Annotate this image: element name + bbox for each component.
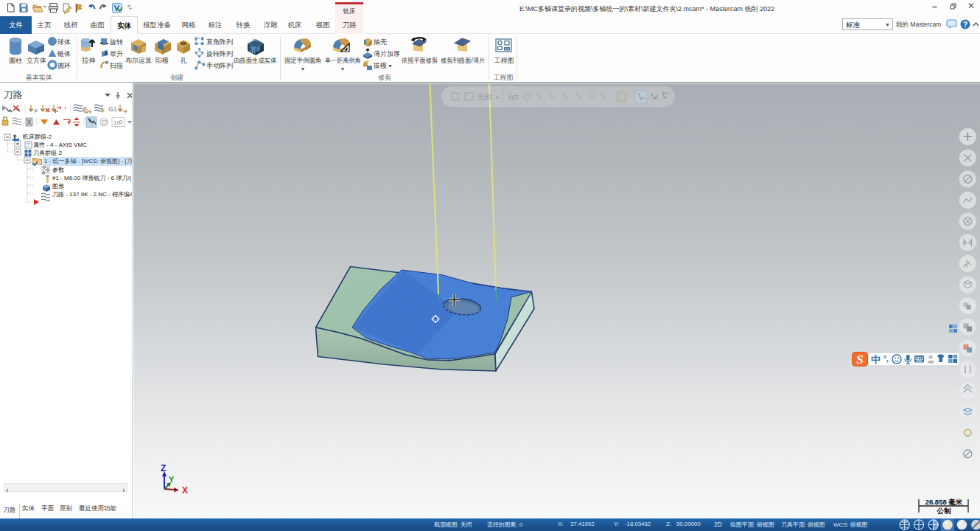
svg-text:中: 中	[871, 354, 881, 365]
svg-text:17: 17	[929, 360, 934, 364]
svg-text:·: ·	[611, 93, 613, 100]
svg-text:?: ?	[963, 21, 967, 29]
svg-text:X: X	[182, 485, 188, 496]
svg-text:26.858 毫米: 26.858 毫米	[925, 498, 963, 506]
svg-text:·: ·	[630, 93, 632, 100]
svg-text:x̊yz: x̊yz	[508, 92, 519, 101]
svg-text:公制: 公制	[937, 507, 952, 515]
svg-text:°,: °,	[883, 355, 889, 363]
svg-text:Z: Z	[161, 463, 166, 473]
svg-text:光标: 光标	[477, 92, 493, 101]
svg-text:S: S	[856, 353, 863, 367]
svg-text:▾: ▾	[496, 94, 499, 101]
svg-text:G1: G1	[108, 105, 117, 113]
svg-text:Y: Y	[169, 475, 175, 484]
